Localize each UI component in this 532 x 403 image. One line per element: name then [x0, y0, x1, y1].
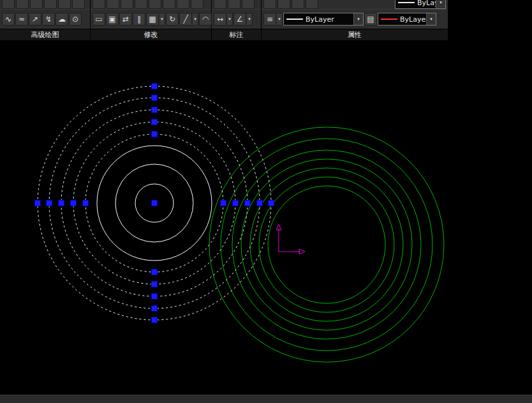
toolbar-row: ∿≈↗↯☁⊙ [0, 10, 90, 29]
angular-dimension-icon[interactable]: ∠ [233, 13, 246, 26]
chevron-down-icon[interactable]: ▾ [227, 13, 233, 26]
toolbar-group-label: 高级绘图 [0, 29, 90, 40]
fillet-icon[interactable]: ◠ [199, 13, 212, 26]
grip-handle[interactable] [59, 201, 64, 206]
toolbar-row: ≡▾ByLayer▾▤ByLayer▾ [262, 10, 448, 29]
ray-icon[interactable]: ↗ [29, 13, 41, 26]
toolbar-icon[interactable] [135, 0, 147, 9]
grip-handle[interactable] [152, 270, 158, 275]
line-swatch-icon [398, 2, 415, 3]
chevron-down-icon[interactable]: ▾ [353, 13, 363, 25]
offset-icon[interactable]: ∥ [133, 13, 145, 26]
chevron-down-icon[interactable]: ▾ [247, 13, 253, 26]
clipped-toolbar-row [212, 0, 261, 10]
grip-handle[interactable] [152, 282, 158, 287]
toolbar-group-properties: ByLayer▾≡▾ByLayer▾▤ByLayer▾属性 [262, 0, 448, 40]
copy-icon[interactable]: ▣ [106, 13, 119, 26]
combo-value: ByLayer [417, 0, 436, 7]
grip-handle[interactable] [152, 294, 158, 300]
toolbar-icon[interactable] [121, 0, 133, 9]
toolbar-icon[interactable] [177, 0, 189, 9]
toolbar-group-label: 修改 [91, 29, 211, 40]
line-swatch-icon [381, 19, 397, 20]
combo-value: ByLayer [400, 15, 426, 24]
toolbar-icon[interactable] [92, 0, 105, 9]
revision-cloud-icon[interactable]: ☁ [55, 13, 68, 26]
toolbar-icon[interactable] [72, 0, 85, 9]
toolbar-group-dimension: ↔▾∠▾标注 [212, 0, 262, 40]
toolbar-icon[interactable] [277, 0, 290, 9]
line-swatch-icon [286, 19, 303, 20]
linear-dimension-icon[interactable]: ↔ [214, 13, 226, 26]
grip-handle[interactable] [152, 317, 158, 323]
toolbar-icon[interactable] [58, 0, 71, 9]
chevron-down-icon[interactable]: ▾ [436, 0, 445, 8]
toolbar-group-label: 属性 [262, 29, 448, 40]
canvas-background[interactable] [0, 40, 532, 395]
toolbar-icon[interactable] [214, 0, 226, 9]
erase-icon[interactable]: ▭ [92, 13, 105, 26]
chevron-down-icon[interactable]: ▾ [193, 13, 198, 26]
toolbar-group-label: 标注 [212, 29, 261, 40]
clipped-bylayer-combo[interactable]: ByLayer▾ [395, 0, 446, 9]
toolbar-icon[interactable] [242, 0, 255, 9]
grip-handle[interactable] [233, 201, 239, 206]
toolbar-icon[interactable] [191, 0, 203, 9]
rotate-icon[interactable]: ↻ [166, 13, 179, 26]
chevron-down-icon[interactable]: ▾ [426, 13, 436, 25]
grip-handle[interactable] [83, 201, 89, 206]
chevron-down-icon[interactable]: ▾ [159, 13, 165, 26]
toolbar-icon[interactable] [44, 0, 57, 9]
color-control-combo[interactable]: ByLayer▾ [283, 13, 364, 26]
status-strip [0, 395, 532, 403]
toolbar-group-advanced-draw: ∿≈↗↯☁⊙高级绘图 [0, 0, 91, 40]
multiline-icon[interactable]: ≈ [15, 13, 28, 26]
toolbar-icon[interactable] [30, 0, 43, 9]
grip-handle[interactable] [35, 201, 41, 206]
layer-states-icon[interactable]: ▤ [364, 13, 377, 26]
array-icon[interactable]: ▦ [146, 13, 159, 26]
chevron-down-icon[interactable]: ▾ [277, 13, 283, 26]
grip-handle[interactable] [245, 201, 251, 206]
cad-viewport[interactable] [0, 40, 532, 395]
grip-handle[interactable] [47, 201, 52, 206]
grip-handle[interactable] [221, 201, 226, 206]
toolbar-icon[interactable] [107, 0, 119, 9]
donut-icon[interactable]: ⊙ [69, 13, 82, 26]
combo-value: ByLayer [306, 15, 353, 24]
grip-handle[interactable] [152, 119, 158, 125]
clipped-toolbar-row [91, 0, 211, 10]
clipped-toolbar-row: ByLayer▾ [262, 0, 448, 10]
clipped-toolbar-row [0, 0, 90, 10]
toolbar-icon[interactable] [263, 0, 276, 9]
trim-icon[interactable]: ╱ [179, 13, 192, 26]
mirror-icon[interactable]: ⇄ [119, 13, 132, 26]
empty-dock-area [448, 0, 532, 40]
grip-handle[interactable] [152, 306, 158, 312]
toolbar-icon[interactable] [163, 0, 175, 9]
grip-handle[interactable] [152, 201, 158, 206]
spline-icon[interactable]: ∿ [2, 13, 15, 26]
drawing-canvas[interactable] [0, 40, 532, 395]
toolbar-row: ↔▾∠▾ [212, 10, 261, 29]
toolbar-icon[interactable] [292, 0, 304, 9]
toolbar-dock: ∿≈↗↯☁⊙高级绘图▭▣⇄∥▦▾↻╱▾◠修改↔▾∠▾标注ByLayer▾≡▾By… [0, 0, 532, 40]
grip-handle[interactable] [71, 201, 77, 206]
toolbar-icon[interactable] [228, 0, 240, 9]
grip-handle[interactable] [257, 201, 263, 206]
toolbar-row: ▭▣⇄∥▦▾↻╱▾◠ [91, 10, 211, 29]
zigzag-line-icon[interactable]: ↯ [42, 13, 55, 26]
grip-handle[interactable] [269, 201, 274, 206]
toolbar-icon[interactable] [149, 0, 161, 9]
toolbar-icon[interactable] [306, 0, 318, 9]
linetype-control-combo[interactable]: ByLayer▾ [378, 13, 436, 26]
grip-handle[interactable] [152, 95, 158, 101]
grip-handle[interactable] [152, 107, 158, 113]
toolbar-group-modify: ▭▣⇄∥▦▾↻╱▾◠修改 [91, 0, 212, 40]
toolbar-icon[interactable] [2, 0, 15, 9]
match-properties-icon[interactable]: ≡ [263, 13, 276, 26]
toolbar-icon[interactable] [16, 0, 29, 9]
grip-handle[interactable] [152, 84, 158, 89]
grip-handle[interactable] [152, 132, 158, 137]
